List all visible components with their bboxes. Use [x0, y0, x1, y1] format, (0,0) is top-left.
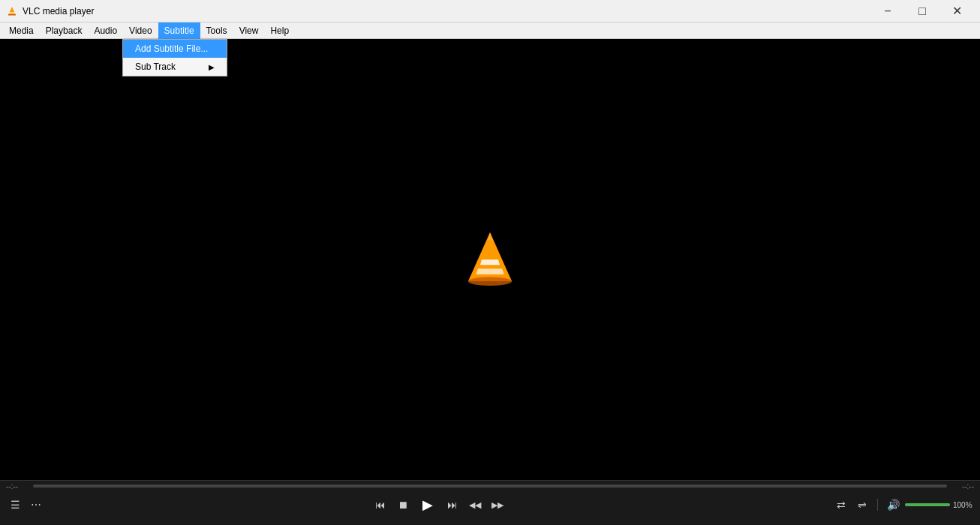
menu-audio[interactable]: Audio [88, 22, 123, 39]
menu-subtitle[interactable]: Subtitle [158, 22, 200, 39]
play-pause-button[interactable]: ▶ [416, 494, 439, 516]
faster-button[interactable]: ▶▶ [488, 496, 507, 514]
controls-row: ☰ ⋯ ⏮ ⏹ ▶ ⏭ ◀◀ ▶▶ ⇄ ⇌ 🔊 100% [0, 491, 980, 518]
menu-bar: Media Playback Audio Video Subtitle Tool… [0, 22, 980, 39]
menu-add-subtitle-file[interactable]: Add Subtitle File... [123, 40, 227, 58]
volume-area: 🔊 100% [884, 496, 974, 514]
volume-label: 100% [953, 501, 974, 509]
svg-marker-4 [480, 260, 500, 265]
prev-button[interactable]: ⏮ [371, 496, 389, 514]
toggle-playlist-button[interactable]: ☰ [6, 496, 24, 514]
maximize-button[interactable]: □ [905, 0, 939, 22]
app-title: VLC media player [23, 6, 94, 16]
menu-media[interactable]: Media [3, 22, 40, 39]
time-elapsed: --:-- [6, 482, 29, 490]
volume-fill [905, 503, 950, 506]
center-controls: ⏮ ⏹ ▶ ⏭ ◀◀ ▶▶ [371, 494, 507, 516]
svg-marker-0 [8, 7, 16, 15]
svg-rect-1 [9, 12, 15, 14]
menu-sub-track[interactable]: Sub Track ▶ [123, 58, 227, 76]
title-controls: − □ ✕ [870, 0, 974, 22]
minimize-button[interactable]: − [870, 0, 905, 22]
next-button[interactable]: ⏭ [443, 496, 461, 514]
subtitle-dropdown: Add Subtitle File... Sub Track ▶ [122, 39, 227, 76]
progress-area: --:-- --:-- [0, 481, 980, 491]
bottom-bar: --:-- --:-- ☰ ⋯ ⏮ ⏹ ▶ ⏭ ◀◀ ▶▶ ⇄ ⇌ [0, 480, 980, 525]
volume-track[interactable] [905, 503, 950, 506]
loop-button[interactable]: ⇄ [832, 496, 850, 514]
svg-point-6 [468, 277, 512, 286]
separator [877, 499, 878, 511]
vlc-cone-logo [460, 230, 520, 290]
random-button[interactable]: ⇌ [853, 496, 871, 514]
sub-track-arrow-icon: ▶ [209, 63, 215, 71]
menu-tools[interactable]: Tools [200, 22, 233, 39]
svg-rect-2 [8, 14, 16, 16]
title-bar: VLC media player − □ ✕ [0, 0, 980, 22]
extended-settings-button[interactable]: ⋯ [27, 496, 45, 514]
controls-left: ☰ ⋯ [6, 496, 45, 514]
video-area [0, 39, 980, 480]
menu-video[interactable]: Video [123, 22, 158, 39]
stop-button[interactable]: ⏹ [394, 496, 412, 514]
menu-view[interactable]: View [233, 22, 265, 39]
vlc-title-icon [6, 5, 18, 17]
menu-playback[interactable]: Playback [40, 22, 89, 39]
close-button[interactable]: ✕ [939, 0, 974, 22]
svg-marker-5 [476, 268, 504, 274]
slower-button[interactable]: ◀◀ [466, 496, 484, 514]
title-left: VLC media player [6, 5, 94, 17]
controls-right: ⇄ ⇌ 🔊 100% [832, 496, 974, 514]
progress-track[interactable] [33, 484, 947, 488]
svg-marker-7 [487, 232, 492, 241]
time-remaining: --:-- [951, 482, 974, 490]
volume-icon[interactable]: 🔊 [884, 496, 902, 514]
menu-help[interactable]: Help [264, 22, 295, 39]
